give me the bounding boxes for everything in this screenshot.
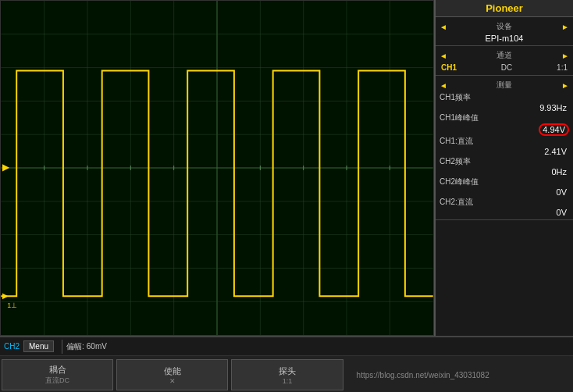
status-divider-1: [62, 340, 62, 354]
ch1-pk-value: 4.94V: [539, 123, 569, 136]
brand-header: Pioneer: [436, 0, 573, 17]
ch2-dc-label: CH2:直流: [440, 197, 569, 208]
device-left-arrow: ◄: [440, 23, 447, 31]
enable-label: 使能: [164, 365, 181, 377]
device-section: ◄ 设备 ► EPI-m104: [436, 17, 573, 46]
coupling-sub: 直流DC: [45, 376, 69, 386]
ch1-freq-value: 9.93Hz: [440, 103, 569, 112]
device-right-arrow: ►: [561, 23, 569, 31]
measurement-section: ◄ 测量 ► CH1频率 9.93Hz CH1峰峰值 4.94V CH1:直流 …: [436, 76, 573, 220]
device-label: 设备: [496, 21, 512, 32]
ch1-name: CH1: [441, 63, 457, 72]
brand-name: Pioneer: [486, 2, 523, 14]
ch-label: 通道: [496, 50, 512, 61]
meas-label: 测量: [496, 80, 512, 91]
ch-left-arrow: ◄: [440, 52, 447, 60]
url-container: https://blog.csdn.net/weixin_43031082: [345, 371, 573, 380]
ch2-dc-value: 0V: [440, 208, 569, 217]
meas-left-arrow: ◄: [440, 81, 447, 90]
ch1-dc-label: CH1:直流: [440, 136, 569, 147]
ch1-mode: DC: [501, 63, 512, 72]
svg-text:▶: ▶: [2, 291, 9, 300]
button-row: 耦合 直流DC 使能 ✕ 探头 1:1 https://blog.csdn.ne…: [0, 356, 573, 392]
ch1-pk-value-container: 4.94V: [440, 123, 569, 136]
channel-section: ◄ 通道 ► CH1 DC 1:1: [436, 46, 573, 76]
coupling-button[interactable]: 耦合 直流DC: [2, 359, 113, 390]
probe-button[interactable]: 探头 1:1: [231, 359, 343, 390]
ch-right-arrow: ►: [561, 52, 569, 60]
ch1-dc-value: 2.41V: [440, 147, 569, 156]
ch2-freq-label: CH2频率: [440, 156, 569, 167]
ch2-status-label: CH2: [4, 342, 20, 351]
ch1-freq-label: CH1频率: [440, 92, 569, 103]
ch2-pk-value: 0V: [440, 187, 569, 197]
ch2-pk-label: CH2峰峰值: [440, 176, 569, 187]
device-name: EPI-m104: [440, 34, 569, 43]
ch1-ratio: 1:1: [557, 63, 568, 72]
enable-sub: ✕: [169, 377, 176, 385]
meas-right-arrow: ►: [561, 81, 569, 90]
scope-screen: ▶ ▶ 1⊥: [0, 0, 434, 336]
url-text: https://blog.csdn.net/weixin_43031082: [353, 371, 493, 380]
sensitivity-value: 60mV: [87, 342, 107, 351]
right-panel: Pioneer ◄ 设备 ► EPI-m104 ◄ 通道 ► CH1 DC 1:…: [434, 0, 573, 336]
probe-label: 探头: [279, 365, 296, 377]
ch2-freq-value: 0Hz: [440, 167, 569, 176]
enable-button[interactable]: 使能 ✕: [116, 359, 228, 390]
coupling-label: 耦合: [49, 364, 66, 376]
svg-text:▶: ▶: [2, 162, 10, 173]
svg-text:1⊥: 1⊥: [7, 301, 17, 309]
probe-sub: 1:1: [283, 377, 293, 385]
menu-button[interactable]: Menu: [23, 340, 54, 352]
status-row: CH2 Menu 偏幅: 60mV: [0, 337, 573, 356]
ch1-pk-label: CH1峰峰值: [440, 112, 569, 123]
sensitivity-label: 偏幅:: [66, 341, 84, 352]
bottom-bar: CH2 Menu 偏幅: 60mV 耦合 直流DC 使能 ✕ 探头 1:1 ht…: [0, 336, 573, 392]
